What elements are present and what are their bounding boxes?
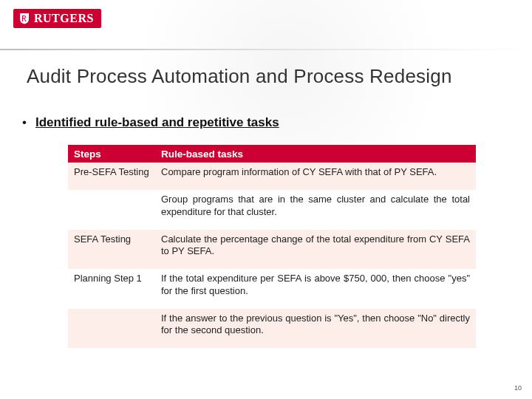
bullet-marker: • — [22, 116, 27, 129]
page-number: 10 — [514, 384, 522, 392]
table-row: Pre-SEFA Testing Compare program informa… — [68, 163, 476, 190]
logo-badge: RUTGERS — [13, 9, 101, 28]
cell-step: Planning Step 1 — [68, 269, 155, 309]
cell-step: Pre-SEFA Testing — [68, 163, 155, 190]
cell-task: If the total expenditure per SEFA is abo… — [155, 269, 476, 309]
brand-logo: RUTGERS — [13, 9, 101, 28]
cell-step: SEFA Testing — [68, 230, 155, 270]
bullet-text: Identified rule-based and repetitive tas… — [35, 115, 279, 130]
cell-task: Group programs that are in the same clus… — [155, 190, 476, 230]
table-row: SEFA Testing Calculate the percentage ch… — [68, 230, 476, 270]
bullet-item: • Identified rule-based and repetitive t… — [22, 115, 279, 130]
table-header-steps: Steps — [68, 145, 155, 163]
slide-title: Audit Process Automation and Process Red… — [27, 65, 452, 88]
cell-task: Calculate the percentage change of the t… — [155, 230, 476, 270]
table-row: Planning Step 1 If the total expenditure… — [68, 269, 476, 309]
table-header-row: Steps Rule-based tasks — [68, 145, 476, 163]
cell-task: If the answer to the previous question i… — [155, 309, 476, 349]
cell-task: Compare program information of CY SEFA w… — [155, 163, 476, 190]
shield-icon — [19, 13, 30, 24]
cell-step — [68, 309, 155, 349]
cell-step — [68, 190, 155, 230]
logo-text: RUTGERS — [34, 12, 94, 25]
table-row: Group programs that are in the same clus… — [68, 190, 476, 230]
table-row: If the answer to the previous question i… — [68, 309, 476, 349]
slide: RUTGERS Audit Process Automation and Pro… — [0, 0, 532, 399]
header-divider — [0, 49, 532, 50]
tasks-table: Steps Rule-based tasks Pre-SEFA Testing … — [68, 145, 476, 348]
table-header-tasks: Rule-based tasks — [155, 145, 476, 163]
